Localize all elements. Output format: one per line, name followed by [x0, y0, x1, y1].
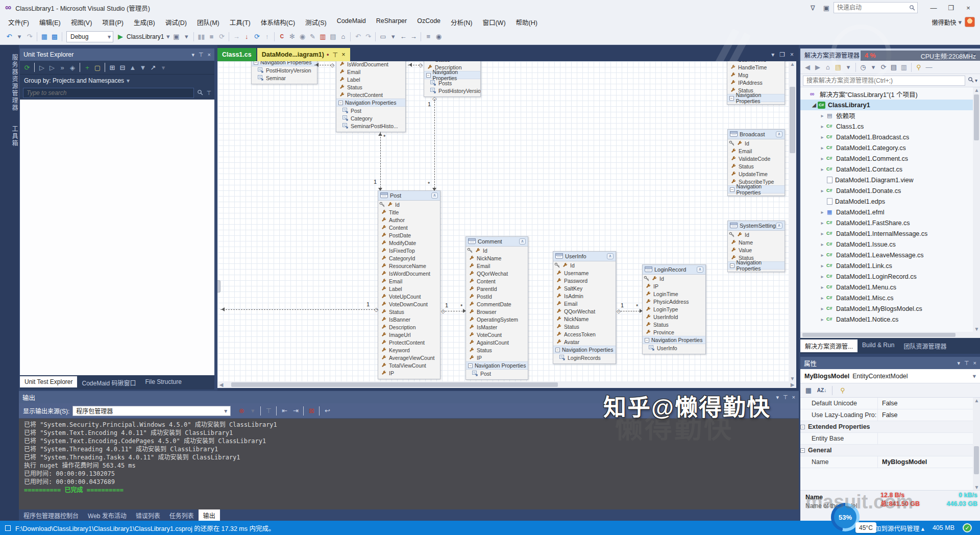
home-icon[interactable]: ⌂ [338, 31, 348, 42]
entity-field[interactable]: Id [553, 261, 616, 269]
expander-icon[interactable]: ▸ [819, 306, 826, 311]
pin-icon[interactable]: ⊤ [964, 360, 969, 367]
entity-field[interactable]: IsWordDocument [378, 270, 440, 277]
entity-field[interactable]: Username [553, 269, 616, 277]
entity-field[interactable]: Content [378, 224, 440, 231]
refresh-icon[interactable]: ⟳ [22, 62, 32, 73]
entity-partial[interactable]: SeminarId−Navigation PropertiesPostHisto… [251, 61, 317, 84]
entity-field[interactable]: Id [728, 231, 785, 238]
entity-field[interactable]: UserInfoId [643, 313, 705, 321]
step-into-icon[interactable]: → [231, 31, 241, 42]
nav-back-icon[interactable]: ↶ [4, 31, 14, 42]
flag-icon[interactable]: ▥ [317, 31, 328, 42]
tree-vertical-scrollbar[interactable]: ▲ ▼ [973, 87, 980, 332]
entity-partial[interactable]: SubmitTimeHandleTimeMsgIPAddressStatus−N… [727, 61, 785, 105]
scroll-up-icon[interactable]: ▲ [973, 87, 980, 93]
property-row[interactable]: Entity Base [800, 433, 980, 445]
entity-field[interactable]: Status [643, 321, 705, 328]
entity-field[interactable]: Avatar [553, 338, 616, 346]
entity-field[interactable]: CategoryId [378, 254, 440, 262]
right-dock-tab[interactable]: Build & Run [857, 339, 899, 351]
entity-broadcast[interactable]: Broadcast∧IdEmailValidateCodeStatusUpdat… [727, 129, 785, 196]
tree-item[interactable]: ▸DataModel1.Misc.cs [800, 293, 980, 303]
entity-field[interactable]: Id [378, 201, 440, 208]
menu-item-v[interactable]: 视图(V) [66, 15, 97, 29]
collapse-entity-icon[interactable]: ∧ [776, 131, 782, 137]
tree-item[interactable]: ▸DataModel1.efml [800, 207, 980, 217]
entity-field[interactable]: ValidateCode [728, 155, 785, 162]
dropdown-icon[interactable]: ▾ [388, 31, 398, 42]
close-icon[interactable]: × [792, 394, 795, 400]
left-dock-tab[interactable]: Unit Test Explorer [20, 376, 77, 387]
expander-icon[interactable]: ▸ [819, 220, 826, 226]
entity-field[interactable]: ImageUrl [378, 331, 440, 338]
entity-field[interactable]: Content [466, 277, 528, 285]
entity-field[interactable]: Title [378, 208, 440, 216]
expander-icon[interactable]: ▸ [819, 231, 826, 236]
entity-loginrecord[interactable]: LoginRecord∧IdIPLoginTimePhysicAddressLo… [642, 264, 706, 354]
group-by-selector[interactable]: Group by: Projects and Namespaces ▾ [20, 75, 214, 86]
pin-icon[interactable]: ⊤ [332, 51, 338, 59]
magic-icon[interactable]: ✻ [287, 31, 297, 42]
scroll-down-icon[interactable]: ▼ [973, 484, 980, 490]
entity-field[interactable]: VoteUpCount [378, 293, 440, 300]
dropdown-icon[interactable]: ▾ [158, 62, 168, 73]
scroll-down-icon[interactable]: ▼ [973, 326, 980, 332]
property-row[interactable]: NameMyBlogsModel [800, 456, 980, 468]
entity-field[interactable]: ModifyDate [378, 239, 440, 247]
pin-icon[interactable]: ⊤ [199, 52, 204, 58]
dropdown-icon[interactable]: ▾ [14, 31, 24, 42]
entity-field[interactable]: IP [643, 282, 705, 290]
entity-field[interactable]: ProtectContent [378, 338, 440, 346]
wrench-icon[interactable]: ⚲ [838, 385, 848, 396]
expander-icon[interactable]: ▸ [819, 295, 826, 301]
right-dock-tab[interactable]: 解决方案资源管... [800, 339, 857, 352]
navigation-property[interactable]: Post [336, 107, 405, 114]
activity-tab[interactable]: 服务器资源管理器 [0, 49, 19, 116]
layout-icon[interactable]: ▤ [328, 31, 338, 42]
pin-icon[interactable]: ⊤ [783, 394, 788, 401]
entity-field[interactable]: HandleTime [727, 63, 785, 71]
startup-project-label[interactable]: ClassLibrary1 [127, 33, 164, 40]
entity-field[interactable]: IP [378, 369, 440, 377]
add-to-source-control-button[interactable]: 添加到源代码管理 ▴ [868, 523, 924, 533]
categorize-icon[interactable]: ▦ [803, 385, 814, 396]
expander-icon[interactable]: ▸ [819, 274, 826, 279]
entity-field[interactable]: IPAddress [727, 79, 785, 86]
restore-button[interactable]: ❒ [942, 1, 960, 14]
tree-item[interactable]: ▸DataModel1.Link.cs [800, 260, 980, 271]
solution-configuration-select[interactable]: Debug▾ [66, 31, 113, 42]
menu-item-e[interactable]: 编辑(E) [34, 15, 66, 29]
bottom-panel-tab[interactable]: 程序包管理器控制台 [19, 509, 83, 521]
entity-partial[interactable]: ResourceNameIsWordDocumentEmailLabelStat… [336, 61, 406, 132]
entity-field[interactable]: ResourceName [378, 262, 440, 270]
entity-field[interactable]: QQorWechat [553, 307, 616, 315]
startup-project-dropdown-icon[interactable]: ▾ [165, 31, 171, 42]
property-value[interactable]: MyBlogsModel [878, 458, 980, 466]
history-fwd-icon[interactable]: → [408, 31, 419, 42]
menu-item-p[interactable]: 项目(P) [97, 15, 129, 29]
entity-field[interactable]: Value [728, 246, 785, 254]
collapse-icon[interactable]: − [800, 448, 805, 453]
scroll-left-icon[interactable]: ◀ [217, 382, 225, 387]
output-title-bar[interactable]: 输出 ▾ ⊤ × [19, 391, 799, 403]
expander-icon[interactable]: ▸ [819, 166, 826, 172]
entity-field[interactable]: Status [728, 162, 785, 170]
entity-field[interactable]: Label [378, 285, 440, 293]
tree-item[interactable]: ▸DataModel1.FastShare.cs [800, 217, 980, 228]
navigation-properties-band[interactable]: −Navigation Properties [553, 346, 616, 354]
start-debug-icon[interactable]: ▶ [115, 31, 126, 42]
entity-field[interactable]: Id [466, 247, 528, 254]
expander-icon[interactable]: ▸ [819, 124, 826, 129]
collapse-entity-icon[interactable]: ∧ [776, 223, 782, 229]
menu-item-w[interactable]: 窗口(W) [477, 15, 510, 29]
entity-field[interactable]: Name [728, 238, 785, 246]
add-icon[interactable]: + [82, 62, 92, 73]
dropdown-icon[interactable]: ▾ [843, 62, 853, 73]
entity-field[interactable]: IsAdmin [553, 292, 616, 300]
scrollbar-thumb[interactable] [974, 94, 979, 140]
left-dock-tab[interactable]: File Structure [141, 376, 186, 387]
collapse-icon[interactable]: − [800, 425, 805, 429]
properties-object-selector[interactable]: MyBlogsModel EntityContextModel ▾ [800, 369, 980, 383]
expander-icon[interactable]: ▸ [819, 252, 826, 258]
